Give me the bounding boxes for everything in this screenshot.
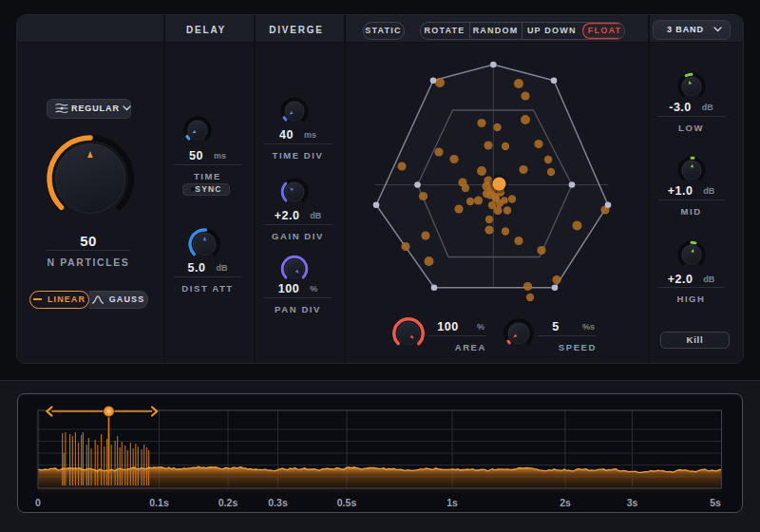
particle-dot: [484, 225, 493, 234]
plugin-ui: DELAY DIVERGE STATIC ROTATERANDOMUP DOWN…: [0, 0, 760, 532]
selector-right-arrow[interactable]: [152, 408, 157, 416]
particle-dot: [519, 165, 527, 174]
speaker-node: [605, 202, 612, 209]
particle-dot: [514, 237, 522, 245]
time-label: TIME: [174, 171, 241, 181]
linear-icon: [33, 297, 42, 301]
selector-handle-dot: [106, 409, 111, 414]
mode-button-group: ROTATERANDOMUP DOWNFLOAT: [420, 22, 625, 40]
section-title-diverge: DIVERGE: [269, 25, 324, 35]
mode-button-up-down[interactable]: UP DOWN: [522, 23, 582, 39]
particle-dot: [454, 204, 463, 213]
gain-div-unit: dB: [310, 211, 321, 220]
time-unit: ms: [214, 151, 226, 161]
pan-div-unit: %: [310, 284, 317, 294]
time-readout: 50ms TIME: [174, 149, 241, 181]
time-knob[interactable]: [181, 115, 213, 146]
n-particles-value: 50: [80, 233, 97, 249]
eq-mid-unit: dB: [703, 186, 714, 196]
gain-div-knob[interactable]: [278, 176, 310, 207]
time-div-label: TIME DIV: [264, 150, 332, 161]
particle-dot: [521, 91, 529, 100]
sync-button[interactable]: SYNC: [182, 183, 230, 197]
band-count-dropdown[interactable]: 3 BAND: [653, 20, 731, 40]
time-axis-tick-label: 1s: [446, 497, 458, 508]
eq-high-readout: +2.0dB HIGH: [657, 272, 725, 304]
particle-dot: [397, 162, 406, 170]
speed-knob[interactable]: [502, 317, 535, 351]
particle-dot: [482, 181, 490, 190]
mode-button-static[interactable]: STATIC: [363, 22, 405, 40]
readout-divider: [264, 143, 332, 144]
divider-left-delay: [163, 15, 165, 363]
section-title-delay: DELAY: [186, 25, 226, 35]
eq-low-knob[interactable]: [675, 71, 707, 103]
chevron-down-icon: [713, 27, 722, 32]
time-axis-tick-label: 0.3s: [268, 497, 288, 508]
area-readout: 100% AREA: [428, 320, 486, 352]
toggle-gauss-label: GAUSS: [109, 294, 145, 304]
particle-dot: [425, 256, 434, 266]
particle-dot: [449, 155, 458, 163]
kill-button[interactable]: Kill: [660, 332, 730, 349]
particle-dot: [502, 142, 509, 150]
area-value: 100: [429, 320, 466, 333]
dist-att-label: DIST ATT: [174, 283, 241, 294]
time-axis-tick-label: 0.5s: [337, 497, 357, 508]
toggle-option-gauss[interactable]: GAUSS: [89, 291, 148, 309]
time-div-value: 40: [279, 128, 294, 142]
speaker-node: [490, 62, 497, 68]
readout-divider: [47, 250, 130, 251]
particle-dot: [421, 231, 429, 239]
waveform-display[interactable]: 00.1s0.2s0.3s0.5s1s2s3s5s: [17, 393, 743, 513]
divider-field-eq: [648, 15, 650, 363]
mode-button-float[interactable]: FLOAT: [582, 23, 625, 39]
particle-dot: [462, 184, 469, 192]
eq-mid-readout: +1.0dB MID: [657, 184, 725, 217]
eq-high-knob[interactable]: [675, 239, 707, 271]
speed-value: 5: [540, 320, 572, 333]
gain-div-readout: +2.0dB GAIN DIV: [264, 209, 332, 241]
particle-dot: [552, 276, 560, 284]
particle-dot: [504, 206, 511, 214]
particle-dot: [488, 201, 496, 209]
particle-dot: [544, 156, 552, 163]
time-div-knob[interactable]: [278, 96, 310, 127]
sync-label: SYNC: [195, 184, 229, 194]
eq-mid-knob[interactable]: [675, 154, 707, 185]
particle-dot: [434, 147, 443, 156]
time-div-readout: 40ms TIME DIV: [264, 128, 332, 161]
area-label: AREA: [428, 342, 486, 352]
mode-button-random[interactable]: RANDOM: [469, 23, 522, 39]
distribution-dropdown[interactable]: REGULAR: [47, 99, 131, 119]
selector-left-arrow[interactable]: [47, 408, 51, 416]
readout-divider: [428, 335, 486, 336]
speaker-node: [414, 181, 421, 188]
area-knob[interactable]: [390, 315, 427, 352]
particle-dot: [521, 115, 530, 124]
time-value: 50: [189, 149, 203, 162]
gain-div-value: +2.0: [275, 209, 300, 222]
shape-toggle: LINEAR GAUSS: [29, 291, 148, 309]
particle-dot: [435, 78, 445, 87]
speed-unit: %s: [582, 322, 595, 332]
eq-high-value: +2.0: [668, 273, 694, 286]
n-particles-knob[interactable]: [45, 133, 136, 224]
chevron-down-icon: [123, 105, 131, 111]
eq-high-label: HIGH: [657, 294, 725, 304]
particle-field-display[interactable]: [343, 42, 648, 317]
eq-mid-label: MID: [657, 206, 725, 217]
pan-div-knob[interactable]: [278, 253, 310, 284]
band-count-value: 3 BAND: [661, 25, 713, 34]
time-axis-tick-label: 0: [35, 497, 41, 508]
particle-dot: [483, 190, 490, 198]
time-div-unit: ms: [304, 130, 316, 140]
gain-div-label: GAIN DIV: [264, 231, 332, 241]
eq-mid-value: +1.0: [668, 184, 694, 198]
mode-button-rotate[interactable]: ROTATE: [421, 23, 469, 39]
toggle-linear-label: LINEAR: [48, 294, 86, 304]
speaker-layout-outer-polygon: [376, 65, 608, 288]
emitter-dot: [493, 178, 506, 191]
dist-att-knob[interactable]: [186, 226, 222, 262]
toggle-option-linear[interactable]: LINEAR: [29, 291, 89, 309]
